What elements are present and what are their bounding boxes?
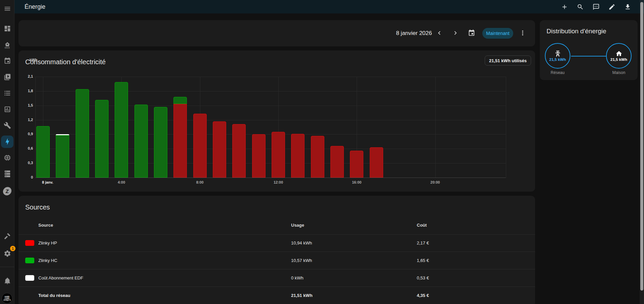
sidebar-item-hacs[interactable]: HACS (0, 38, 14, 52)
gridline-horizontal (35, 178, 506, 178)
previous-period-button[interactable] (435, 29, 443, 37)
bar-segment-zlinky-hp[interactable] (291, 134, 305, 178)
energy-dashboard: HACS Z (0, 0, 644, 304)
sidebar-item-history[interactable] (0, 103, 14, 115)
sidebar-item-notifications[interactable] (0, 275, 14, 287)
bar-segment-zlinky-hp[interactable] (350, 151, 363, 178)
calendar-icon (4, 57, 11, 65)
sidebar-item-storage[interactable] (0, 168, 14, 180)
selected-date: 8 janvier 2026 (396, 20, 432, 46)
source-row: Coût Abonnement EDF0 kWh0,53 € (18, 269, 535, 287)
add-button[interactable] (560, 3, 568, 11)
sidebar-item-dashboard[interactable] (0, 23, 14, 35)
now-button[interactable]: Maintenant (482, 28, 513, 39)
total-usage-badge: 21,51 kWh utilisés (485, 55, 531, 66)
bar-segment-zlinky-hp[interactable] (193, 114, 207, 178)
bar-segment-zlinky-hc[interactable] (154, 107, 167, 178)
source-name: Zlinky HC (38, 252, 57, 269)
chart-box-icon (4, 106, 11, 113)
bell-icon (4, 277, 11, 284)
dashboard-icon (4, 25, 11, 32)
x-axis-tick-label: 20:00 (424, 180, 447, 184)
bar-segment-zlinky-hc[interactable] (173, 97, 187, 104)
bar-segment-zlinky-hc[interactable] (56, 135, 69, 178)
chip-icon (4, 154, 11, 161)
sidebar-item-calendar[interactable] (0, 55, 14, 67)
lightning-bolt-icon (4, 138, 11, 145)
bar-segment-zlinky-hp[interactable] (173, 104, 187, 178)
distribution-title: Distribution d'énergie (547, 28, 606, 35)
pencil-icon (608, 3, 615, 10)
sidebar-item-media[interactable] (0, 71, 14, 83)
sidebar-divider (0, 267, 14, 267)
vertical-scrollbar (640, 0, 644, 304)
source-row: Total du réseau21,51 kWh4,35 € (18, 287, 535, 304)
y-axis-tick-label: 0,6 (20, 146, 33, 150)
bar-segment-zlinky-hp[interactable] (213, 121, 226, 178)
scrollbar-thumb[interactable] (640, 2, 643, 291)
bar-segment-zlinky-hp[interactable] (252, 134, 266, 178)
sidebar-item-energy[interactable] (0, 136, 14, 148)
page-title: Énergie (25, 3, 45, 10)
sidebar-item-tools[interactable] (0, 119, 14, 131)
kebab-menu-icon (519, 29, 526, 37)
x-axis-tick-label: 8 janv. (42, 180, 66, 184)
assist-button[interactable] (592, 3, 600, 11)
source-name: Coût Abonnement EDF (38, 269, 83, 287)
calendar-picker-icon (468, 29, 475, 37)
bar-segment-zlinky-hc[interactable] (115, 82, 128, 178)
sources-table-body: Zlinky HP10,94 kWh2,17 €Zlinky HC10,57 k… (18, 196, 535, 304)
wrench-icon (4, 122, 11, 129)
menu-icon[interactable] (0, 3, 14, 15)
grid-node: 21,5 kWh (545, 43, 570, 69)
home-label: Maison (602, 70, 636, 75)
chevron-left-icon (436, 29, 443, 37)
bar-segment-co-t-abonnement-edf[interactable] (56, 134, 69, 135)
plot-area: 2,11,81,51,20,90,60,308 janv.4:008:0012:… (35, 77, 506, 178)
bar-segment-zlinky-hc[interactable] (76, 89, 89, 178)
sidebar-item-todo-list[interactable] (0, 87, 14, 99)
home-value: 21,5 kWh (610, 58, 627, 62)
plot-left-border (35, 77, 36, 178)
source-cost: 0,53 € (417, 269, 429, 287)
date-menu-button[interactable] (519, 29, 527, 37)
list-icon (4, 89, 11, 97)
plus-icon (561, 3, 568, 10)
y-axis-tick-label: 0,3 (20, 161, 33, 165)
bar-segment-zlinky-hc[interactable] (134, 105, 148, 178)
bar-segment-zlinky-hp[interactable] (232, 124, 246, 178)
sidebar-item-developer-tools[interactable] (0, 230, 14, 242)
hammer-icon (4, 232, 11, 240)
y-axis-tick-label: 1,8 (20, 89, 33, 93)
grid-to-home-flow-line (571, 56, 606, 56)
source-usage: 0 kWh (291, 269, 304, 287)
x-axis-tick-label: 12:00 (267, 180, 290, 184)
home-icon (615, 50, 622, 57)
app-header: Énergie (14, 0, 644, 13)
source-usage: 10,57 kWh (291, 252, 312, 269)
bar-segment-zlinky-hc[interactable] (36, 126, 50, 178)
bar-segment-zlinky-hp[interactable] (272, 132, 285, 178)
source-color-swatch (25, 258, 34, 263)
bar-segment-zlinky-hp[interactable] (370, 147, 383, 178)
bar-segment-zlinky-hp[interactable] (311, 136, 324, 178)
x-axis-tick-label: 4:00 (110, 180, 133, 184)
edit-dashboard-button[interactable] (608, 3, 616, 11)
bar-segment-zlinky-hc[interactable] (95, 100, 109, 178)
chevron-right-icon (452, 29, 459, 37)
search-button[interactable] (576, 3, 584, 11)
sources-card: Sources Source Usage Coût Zlinky HP10,94… (18, 196, 535, 304)
sidebar-item-esphome[interactable] (0, 152, 14, 164)
x-axis-tick-label: 8:00 (188, 180, 212, 184)
source-color-swatch (25, 240, 34, 246)
date-selection-card: 8 janvier 2026 Maintenant (18, 20, 535, 46)
chat-dots-icon (593, 3, 600, 10)
user-avatar[interactable]: HARD CORE JUSQU'A (2, 293, 12, 304)
next-period-button[interactable] (451, 29, 459, 37)
sidebar-item-zigbee2mqtt[interactable]: Z (0, 185, 14, 197)
bar-segment-zlinky-hp[interactable] (330, 146, 344, 178)
download-button[interactable] (623, 3, 632, 11)
plot-right-border (506, 77, 506, 178)
zigbee2mqtt-icon: Z (3, 187, 12, 195)
date-picker-button[interactable] (468, 29, 476, 37)
